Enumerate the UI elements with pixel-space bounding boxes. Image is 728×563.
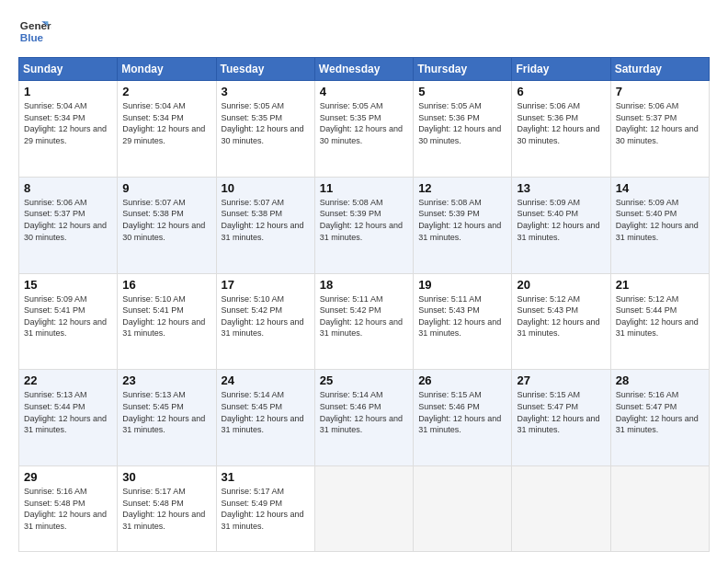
calendar-day-cell: 29Sunrise: 5:16 AMSunset: 5:48 PMDayligh…: [19, 466, 118, 552]
day-info: Sunrise: 5:12 AMSunset: 5:43 PMDaylight:…: [517, 293, 605, 339]
day-number: 1: [24, 85, 112, 98]
logo: General Blue: [18, 15, 51, 48]
day-number: 17: [222, 278, 310, 292]
calendar-week-row: 29Sunrise: 5:16 AMSunset: 5:48 PMDayligh…: [19, 466, 710, 552]
day-number: 5: [418, 85, 506, 98]
day-info: Sunrise: 5:14 AMSunset: 5:46 PMDaylight:…: [320, 389, 408, 435]
day-info: Sunrise: 5:15 AMSunset: 5:46 PMDaylight:…: [418, 389, 506, 435]
day-number: 19: [418, 278, 506, 292]
calendar-day-cell: 21Sunrise: 5:12 AMSunset: 5:44 PMDayligh…: [610, 273, 709, 370]
calendar-day-cell: 1Sunrise: 5:04 AMSunset: 5:34 PMDaylight…: [19, 81, 118, 178]
day-number: 27: [517, 373, 605, 387]
day-number: 31: [222, 470, 310, 484]
day-number: 4: [320, 85, 408, 98]
day-info: Sunrise: 5:13 AMSunset: 5:44 PMDaylight:…: [24, 389, 112, 435]
calendar-day-cell: 26Sunrise: 5:15 AMSunset: 5:46 PMDayligh…: [414, 370, 512, 466]
day-info: Sunrise: 5:17 AMSunset: 5:48 PMDaylight:…: [122, 486, 210, 532]
col-header-tuesday: Tuesday: [216, 58, 314, 81]
calendar-empty-cell: [512, 466, 610, 552]
day-info: Sunrise: 5:15 AMSunset: 5:47 PMDaylight:…: [517, 389, 605, 435]
calendar-day-cell: 3Sunrise: 5:05 AMSunset: 5:35 PMDaylight…: [216, 81, 314, 178]
day-info: Sunrise: 5:17 AMSunset: 5:49 PMDaylight:…: [222, 486, 310, 532]
col-header-friday: Friday: [512, 58, 610, 81]
calendar-week-row: 1Sunrise: 5:04 AMSunset: 5:34 PMDaylight…: [19, 81, 710, 178]
day-info: Sunrise: 5:09 AMSunset: 5:40 PMDaylight:…: [616, 197, 704, 243]
day-number: 23: [122, 373, 210, 387]
day-info: Sunrise: 5:04 AMSunset: 5:34 PMDaylight:…: [24, 100, 112, 146]
col-header-thursday: Thursday: [414, 58, 512, 81]
calendar-day-cell: 14Sunrise: 5:09 AMSunset: 5:40 PMDayligh…: [610, 177, 709, 273]
calendar-day-cell: 13Sunrise: 5:09 AMSunset: 5:40 PMDayligh…: [512, 177, 610, 273]
calendar-table: SundayMondayTuesdayWednesdayThursdayFrid…: [18, 57, 710, 552]
day-number: 8: [24, 181, 112, 195]
calendar-day-cell: 11Sunrise: 5:08 AMSunset: 5:39 PMDayligh…: [314, 177, 413, 273]
day-number: 18: [320, 278, 408, 292]
day-info: Sunrise: 5:06 AMSunset: 5:37 PMDaylight:…: [616, 100, 704, 146]
day-number: 7: [616, 85, 704, 98]
svg-text:General: General: [20, 19, 51, 31]
page: General Blue SundayMondayTuesdayWednesda…: [0, 0, 728, 563]
day-number: 10: [222, 181, 310, 195]
day-info: Sunrise: 5:13 AMSunset: 5:45 PMDaylight:…: [122, 389, 210, 435]
day-info: Sunrise: 5:05 AMSunset: 5:35 PMDaylight:…: [320, 100, 408, 146]
day-info: Sunrise: 5:08 AMSunset: 5:39 PMDaylight:…: [418, 197, 506, 243]
calendar-empty-cell: [610, 466, 709, 552]
day-info: Sunrise: 5:16 AMSunset: 5:48 PMDaylight:…: [24, 486, 112, 532]
day-info: Sunrise: 5:12 AMSunset: 5:44 PMDaylight:…: [616, 293, 704, 339]
day-info: Sunrise: 5:11 AMSunset: 5:42 PMDaylight:…: [320, 293, 408, 339]
day-info: Sunrise: 5:09 AMSunset: 5:41 PMDaylight:…: [24, 293, 112, 339]
calendar-day-cell: 19Sunrise: 5:11 AMSunset: 5:43 PMDayligh…: [414, 273, 512, 370]
day-info: Sunrise: 5:05 AMSunset: 5:36 PMDaylight:…: [418, 100, 506, 146]
calendar-day-cell: 6Sunrise: 5:06 AMSunset: 5:36 PMDaylight…: [512, 81, 610, 178]
calendar-day-cell: 24Sunrise: 5:14 AMSunset: 5:45 PMDayligh…: [216, 370, 314, 466]
day-info: Sunrise: 5:05 AMSunset: 5:35 PMDaylight:…: [222, 100, 310, 146]
day-number: 6: [517, 85, 605, 98]
day-info: Sunrise: 5:08 AMSunset: 5:39 PMDaylight:…: [320, 197, 408, 243]
calendar-day-cell: 28Sunrise: 5:16 AMSunset: 5:47 PMDayligh…: [610, 370, 709, 466]
calendar-day-cell: 20Sunrise: 5:12 AMSunset: 5:43 PMDayligh…: [512, 273, 610, 370]
calendar-day-cell: 7Sunrise: 5:06 AMSunset: 5:37 PMDaylight…: [610, 81, 709, 178]
calendar-day-cell: 10Sunrise: 5:07 AMSunset: 5:38 PMDayligh…: [216, 177, 314, 273]
day-number: 14: [616, 181, 704, 195]
day-number: 13: [517, 181, 605, 195]
day-info: Sunrise: 5:09 AMSunset: 5:40 PMDaylight:…: [517, 197, 605, 243]
col-header-wednesday: Wednesday: [314, 58, 413, 81]
calendar-day-cell: 18Sunrise: 5:11 AMSunset: 5:42 PMDayligh…: [314, 273, 413, 370]
day-number: 29: [24, 470, 112, 484]
day-number: 24: [222, 373, 310, 387]
calendar-day-cell: 27Sunrise: 5:15 AMSunset: 5:47 PMDayligh…: [512, 370, 610, 466]
day-number: 20: [517, 278, 605, 292]
day-number: 21: [616, 278, 704, 292]
day-info: Sunrise: 5:06 AMSunset: 5:36 PMDaylight:…: [517, 100, 605, 146]
calendar-week-row: 15Sunrise: 5:09 AMSunset: 5:41 PMDayligh…: [19, 273, 710, 370]
col-header-monday: Monday: [118, 58, 216, 81]
calendar-day-cell: 31Sunrise: 5:17 AMSunset: 5:49 PMDayligh…: [216, 466, 314, 552]
calendar-day-cell: 8Sunrise: 5:06 AMSunset: 5:37 PMDaylight…: [19, 177, 118, 273]
day-info: Sunrise: 5:16 AMSunset: 5:47 PMDaylight:…: [616, 389, 704, 435]
day-info: Sunrise: 5:07 AMSunset: 5:38 PMDaylight:…: [122, 197, 210, 243]
calendar-day-cell: 25Sunrise: 5:14 AMSunset: 5:46 PMDayligh…: [314, 370, 413, 466]
calendar-day-cell: 15Sunrise: 5:09 AMSunset: 5:41 PMDayligh…: [19, 273, 118, 370]
calendar-day-cell: 22Sunrise: 5:13 AMSunset: 5:44 PMDayligh…: [19, 370, 118, 466]
day-number: 2: [122, 85, 210, 98]
day-number: 28: [616, 373, 704, 387]
calendar-empty-cell: [414, 466, 512, 552]
day-number: 3: [222, 85, 310, 98]
day-info: Sunrise: 5:10 AMSunset: 5:41 PMDaylight:…: [122, 293, 210, 339]
calendar-day-cell: 30Sunrise: 5:17 AMSunset: 5:48 PMDayligh…: [118, 466, 216, 552]
day-info: Sunrise: 5:07 AMSunset: 5:38 PMDaylight:…: [222, 197, 310, 243]
header: General Blue: [18, 15, 710, 48]
day-number: 25: [320, 373, 408, 387]
day-number: 12: [418, 181, 506, 195]
calendar-week-row: 8Sunrise: 5:06 AMSunset: 5:37 PMDaylight…: [19, 177, 710, 273]
calendar-day-cell: 5Sunrise: 5:05 AMSunset: 5:36 PMDaylight…: [414, 81, 512, 178]
day-number: 26: [418, 373, 506, 387]
col-header-saturday: Saturday: [610, 58, 709, 81]
svg-text:Blue: Blue: [20, 31, 44, 43]
calendar-day-cell: 17Sunrise: 5:10 AMSunset: 5:42 PMDayligh…: [216, 273, 314, 370]
day-number: 11: [320, 181, 408, 195]
day-info: Sunrise: 5:11 AMSunset: 5:43 PMDaylight:…: [418, 293, 506, 339]
general-blue-logo-icon: General Blue: [18, 15, 51, 48]
day-info: Sunrise: 5:10 AMSunset: 5:42 PMDaylight:…: [222, 293, 310, 339]
calendar-empty-cell: [314, 466, 413, 552]
